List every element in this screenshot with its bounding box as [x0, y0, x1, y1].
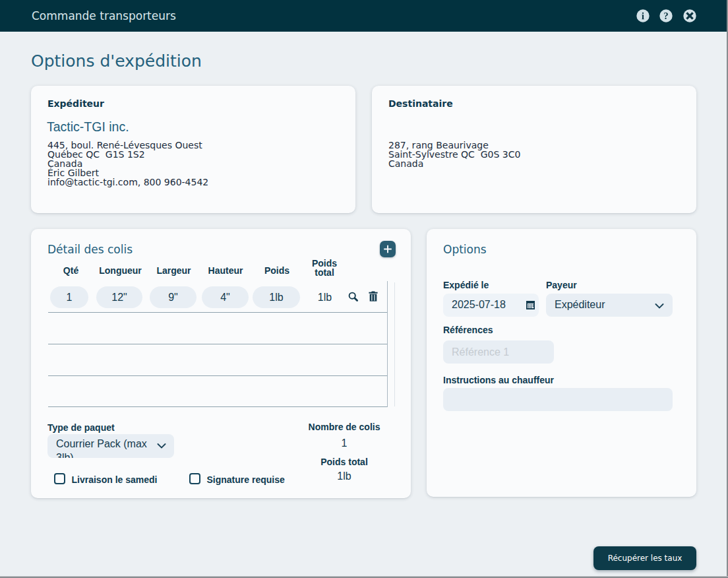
- options-card: Options Expédié le 2025-07-18 Payeur Exp…: [427, 229, 696, 497]
- total-weight-value: 1lb: [295, 470, 394, 482]
- row-separator: [48, 312, 387, 313]
- payer-value: Expéditeur: [555, 298, 605, 312]
- get-rates-button[interactable]: Récupérer les taux: [593, 546, 696, 570]
- address-line: Canada: [388, 159, 520, 168]
- scrollbar-track[interactable]: [394, 282, 395, 406]
- chevron-down-icon: [655, 304, 664, 309]
- row-separator: [48, 344, 387, 344]
- signature-required-checkbox[interactable]: [189, 473, 200, 484]
- col-header-width: Largeur: [156, 266, 191, 275]
- driver-instructions-input[interactable]: [443, 388, 673, 411]
- payer-label: Payeur: [546, 280, 577, 290]
- table-right-border: [387, 281, 388, 407]
- height-input[interactable]: 4": [202, 286, 249, 308]
- address-line: Saint-Sylvestre QC G0S 3C0: [388, 150, 520, 159]
- recipient-address: 287, rang Beaurivage Saint-Sylvestre QC …: [388, 141, 520, 168]
- close-icon[interactable]: [683, 9, 696, 22]
- plus-icon: [380, 241, 396, 257]
- address-line: Canada: [47, 159, 208, 168]
- length-input[interactable]: 12": [96, 286, 142, 308]
- recipient-card: Destinataire 287, rang Beaurivage Saint-…: [372, 86, 696, 213]
- title-bar: Commande transporteurs: [0, 0, 727, 32]
- ship-date-value: 2025-07-18: [452, 298, 506, 312]
- weight-input[interactable]: 1lb: [253, 286, 300, 308]
- row-separator: [48, 406, 387, 407]
- window-title: Commande transporteurs: [32, 0, 176, 32]
- add-package-button[interactable]: [380, 241, 396, 257]
- shipper-card: Expéditeur Tactic-TGI inc. 445, boul. Re…: [31, 86, 355, 213]
- signature-required-label: Signature requise: [207, 474, 285, 486]
- shipper-label: Expéditeur: [47, 99, 104, 108]
- row-separator: [48, 375, 387, 376]
- chevron-down-icon: [157, 443, 166, 449]
- col-header-weight: Poids: [264, 266, 289, 275]
- address-line: Québec QC G1S 1S2: [47, 150, 208, 159]
- references-input[interactable]: [443, 340, 554, 364]
- ship-date-label: Expédié le: [443, 280, 489, 290]
- package-type-value: Courrier Pack (max 3lb): [56, 437, 155, 458]
- packages-card: Détail des colis Qté Longueur Largeur Ha…: [31, 229, 411, 498]
- row-total-weight: 1lb: [318, 286, 332, 308]
- address-line: info@tactic-tgi.com, 800 960-4542: [47, 177, 208, 187]
- calendar-icon: [526, 301, 535, 309]
- recipient-label: Destinataire: [388, 99, 453, 108]
- package-count-label: Nombre de colis: [295, 422, 394, 432]
- width-input[interactable]: 9": [150, 286, 197, 308]
- address-line: Éric Gilbert: [47, 168, 208, 177]
- col-header-height: Hauteur: [208, 266, 243, 275]
- packages-table: 1 12" 9" 4" 1lb 1lb: [31, 281, 395, 407]
- saturday-delivery-label: Livraison le samedi: [72, 474, 158, 486]
- package-type-label: Type de paquet: [47, 423, 115, 432]
- references-label: Références: [443, 325, 493, 335]
- help-icon[interactable]: [659, 9, 673, 22]
- col-header-length: Longueur: [99, 266, 142, 275]
- packages-title: Détail des colis: [47, 242, 133, 257]
- payer-select[interactable]: Expéditeur: [546, 294, 673, 317]
- total-weight-label: Poids total: [295, 457, 394, 466]
- col-header-qty: Qté: [63, 266, 78, 275]
- saturday-delivery-checkbox[interactable]: [54, 473, 65, 484]
- page-title: Options d'expédition: [31, 51, 202, 72]
- search-icon[interactable]: [348, 292, 359, 305]
- shipper-name[interactable]: Tactic-TGI inc.: [47, 120, 129, 133]
- qty-input[interactable]: 1: [50, 286, 88, 308]
- info-icon[interactable]: [636, 9, 650, 22]
- col-header-total: Poids total: [312, 259, 337, 277]
- address-line: 445, boul. René-Lévesques Ouest: [47, 141, 208, 150]
- options-title: Options: [443, 242, 487, 257]
- package-type-select[interactable]: Courrier Pack (max 3lb): [47, 434, 174, 458]
- address-line: 287, rang Beaurivage: [388, 141, 520, 150]
- trash-icon[interactable]: [369, 291, 378, 304]
- driver-instructions-label: Instructions au chauffeur: [443, 375, 554, 385]
- ship-date-input[interactable]: 2025-07-18: [443, 294, 539, 317]
- package-count-value: 1: [295, 437, 394, 449]
- shipper-address: 445, boul. René-Lévesques Ouest Québec Q…: [47, 141, 208, 187]
